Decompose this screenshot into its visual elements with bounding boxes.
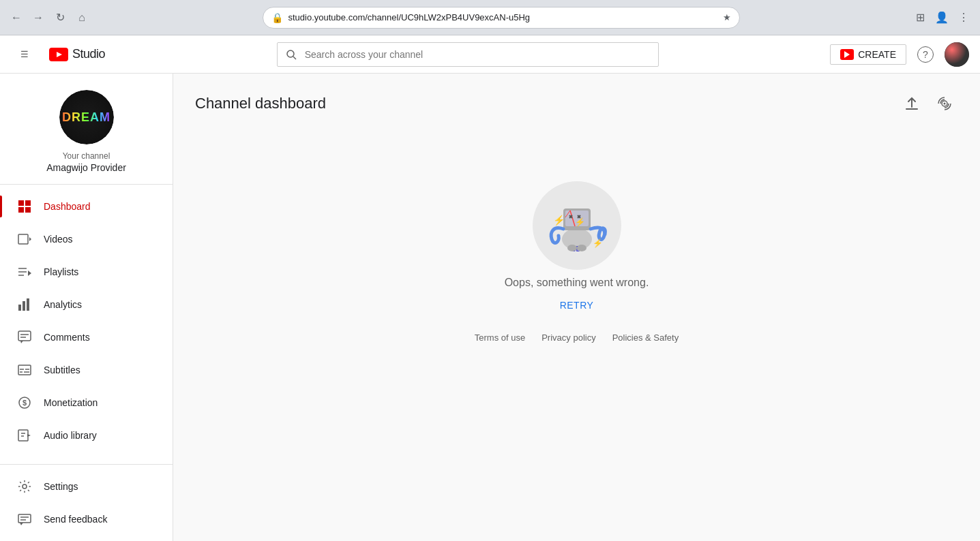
sidebar-item-label-dashboard: Dashboard xyxy=(44,201,91,212)
terms-link[interactable]: Terms of use xyxy=(475,333,525,343)
sidebar-item-label-audio-library: Audio library xyxy=(44,430,97,441)
channel-info: DREAM Your channel Amagwijo Provider xyxy=(0,74,173,185)
browser-actions: ⊞ 👤 ⋮ xyxy=(910,8,973,27)
playlists-icon xyxy=(16,264,33,280)
channel-name: Amagwijo Provider xyxy=(46,162,126,173)
svg-point-55 xyxy=(577,245,586,251)
sidebar-item-send-feedback[interactable]: Send feedback xyxy=(0,503,173,536)
svg-rect-5 xyxy=(25,200,31,206)
back-button[interactable]: ← xyxy=(7,8,26,27)
sidebar-item-playlists[interactable]: Playlists xyxy=(0,256,173,288)
header-actions: CREATE ? xyxy=(830,41,969,68)
analytics-icon xyxy=(16,296,33,313)
sidebar-item-comments[interactable]: Comments xyxy=(0,321,173,354)
sidebar-item-dashboard[interactable]: Dashboard xyxy=(0,190,173,223)
page-title: Channel dashboard xyxy=(195,95,326,112)
settings-icon xyxy=(16,478,33,495)
svg-point-39 xyxy=(944,103,946,105)
sidebar-item-label-playlists: Playlists xyxy=(44,266,78,277)
extensions-btn[interactable]: ⊞ xyxy=(910,8,930,27)
svg-text:⚡: ⚡ xyxy=(593,238,603,248)
svg-rect-28 xyxy=(18,430,28,441)
monetization-icon: $ xyxy=(16,395,33,411)
sidebar-item-settings[interactable]: Settings xyxy=(0,470,173,503)
sidebar-item-label-subtitles: Subtitles xyxy=(44,365,80,375)
search-icon xyxy=(278,42,305,67)
address-bar[interactable]: 🔒 studio.youtube.com/channel/UC9hLW2xPB4… xyxy=(263,7,740,29)
svg-rect-17 xyxy=(18,331,31,341)
studio-text: Studio xyxy=(72,47,105,61)
comments-icon xyxy=(16,329,33,345)
error-message: Oops, something went wrong. xyxy=(505,277,649,289)
create-icon xyxy=(840,49,854,60)
error-container: ⚡ ⚡ ⚡ 3D xyxy=(195,134,958,384)
svg-rect-14 xyxy=(18,305,21,311)
svg-rect-7 xyxy=(25,207,31,213)
your-channel-label: Your channel xyxy=(63,151,110,161)
svg-point-54 xyxy=(567,245,577,251)
svg-marker-18 xyxy=(20,341,23,343)
svg-rect-15 xyxy=(23,301,25,311)
content-header-icons xyxy=(898,90,958,117)
sidebar-item-videos[interactable]: Videos xyxy=(0,223,173,256)
sidebar-item-subtitles[interactable]: Subtitles xyxy=(0,354,173,386)
subtitles-icon xyxy=(16,362,33,378)
profile-btn[interactable]: 👤 xyxy=(932,8,951,27)
sidebar-item-label-settings: Settings xyxy=(44,481,78,492)
menu-btn[interactable]: ⋮ xyxy=(954,8,973,27)
forward-button[interactable]: → xyxy=(29,8,48,27)
browser-chrome: ← → ↻ ⌂ 🔒 studio.youtube.com/channel/UC9… xyxy=(0,0,980,35)
help-icon: ? xyxy=(917,46,934,63)
upload-icon xyxy=(904,96,919,111)
main-body: DREAM Your channel Amagwijo Provider xyxy=(0,74,980,541)
retry-button[interactable]: RETRY xyxy=(560,300,594,311)
url-text: studio.youtube.com/channel/UC9hLW2xPB4UV… xyxy=(288,12,531,22)
footer-links: Terms of use Privacy policy Policies & S… xyxy=(461,333,692,343)
svg-rect-8 xyxy=(18,234,28,244)
svg-rect-21 xyxy=(18,365,31,375)
content-header: Channel dashboard xyxy=(195,90,958,117)
svg-rect-16 xyxy=(27,298,29,311)
reload-button[interactable]: ↻ xyxy=(50,8,70,27)
policies-link[interactable]: Policies & Safety xyxy=(612,333,679,343)
sidebar-item-label-comments: Comments xyxy=(44,332,90,343)
upload-button[interactable] xyxy=(898,90,925,117)
app-container: ☰ Studio CREATE xyxy=(0,35,980,541)
home-button[interactable]: ⌂ xyxy=(72,8,91,27)
sidebar-item-audio-library[interactable]: Audio library xyxy=(0,419,173,452)
create-label: CREATE xyxy=(858,49,896,60)
error-illustration: ⚡ ⚡ ⚡ 3D xyxy=(526,174,628,277)
svg-line-3 xyxy=(293,57,296,59)
privacy-link[interactable]: Privacy policy xyxy=(541,333,595,343)
sidebar-item-analytics[interactable]: Analytics xyxy=(0,288,173,321)
sidebar-item-monetization[interactable]: $ Monetization xyxy=(0,386,173,419)
sidebar: DREAM Your channel Amagwijo Provider xyxy=(0,74,173,541)
sidebar-item-label-analytics: Analytics xyxy=(44,299,82,310)
live-button[interactable] xyxy=(931,90,958,117)
audio-library-icon xyxy=(16,427,33,444)
sidebar-item-label-videos: Videos xyxy=(44,234,73,245)
youtube-logo-icon xyxy=(49,48,68,61)
avatar-button[interactable] xyxy=(945,42,969,67)
sidebar-bottom: Settings Send feedback xyxy=(0,464,173,541)
help-button[interactable]: ? xyxy=(912,41,939,68)
sidebar-item-label-monetization: Monetization xyxy=(44,397,98,408)
create-button[interactable]: CREATE xyxy=(830,44,906,65)
svg-text:$: $ xyxy=(23,399,27,407)
main-content: Channel dashboard xyxy=(173,74,980,541)
send-feedback-icon xyxy=(16,511,33,527)
logo-link[interactable]: Studio xyxy=(49,47,105,61)
svg-text:⚡: ⚡ xyxy=(553,215,565,226)
nav-section: Dashboard Videos xyxy=(0,185,173,457)
channel-avatar-text: DREAM xyxy=(62,110,110,125)
svg-point-32 xyxy=(23,484,27,489)
svg-text:⚡: ⚡ xyxy=(575,217,585,227)
live-icon xyxy=(937,96,952,111)
svg-marker-36 xyxy=(20,523,23,525)
channel-avatar: DREAM xyxy=(59,90,114,144)
hamburger-button[interactable]: ☰ xyxy=(11,41,38,68)
search-container xyxy=(116,42,819,67)
star-icon: ★ xyxy=(723,12,731,22)
svg-marker-31 xyxy=(27,434,31,437)
search-input[interactable] xyxy=(305,49,658,60)
